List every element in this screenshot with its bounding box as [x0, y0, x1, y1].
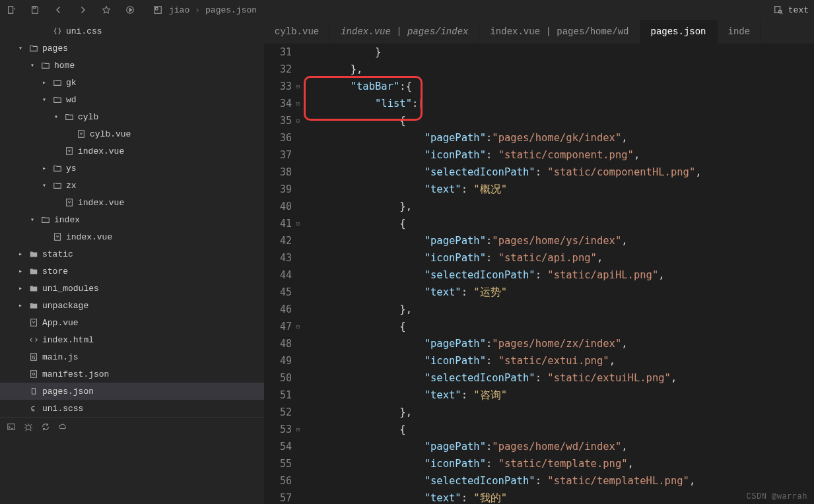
tree-row-uni-scss[interactable]: uni.scss [0, 400, 264, 417]
code-line[interactable]: }, [301, 61, 814, 78]
code-line[interactable]: "text": "概况" [301, 181, 814, 198]
tree-row-cylb-vue[interactable]: cylb.vue [0, 125, 264, 142]
tree-row-unpackage[interactable]: ▸unpackage [0, 297, 264, 314]
code-line[interactable]: "text": "运势" [301, 284, 814, 301]
code-line[interactable]: "iconPath": "static/template.png", [301, 455, 814, 472]
code-line[interactable]: { [301, 215, 814, 232]
chevron-down-icon[interactable]: ▾ [18, 44, 28, 52]
tree-row-pages[interactable]: ▾pages [0, 40, 264, 57]
tree-row-main-js[interactable]: main.js [0, 348, 264, 365]
line-number: 39 [264, 181, 292, 198]
chevron-down-icon[interactable]: ▾ [42, 96, 51, 104]
chevron-right-icon[interactable]: ▸ [42, 164, 51, 172]
code-line[interactable]: "tabBar":{ [301, 78, 814, 95]
fold-icon[interactable]: ⊟ [296, 112, 300, 129]
chevron-down-icon[interactable]: ▾ [42, 181, 51, 189]
code-line[interactable]: }, [301, 404, 814, 421]
chevron-right-icon[interactable]: ▸ [18, 250, 28, 258]
tree-row-index-vue[interactable]: index.vue [0, 228, 264, 245]
editor-tab[interactable]: inde [718, 20, 762, 44]
code-line[interactable]: "text": "我的" [301, 489, 814, 504]
code-line[interactable]: }, [301, 301, 814, 318]
chevron-right-icon[interactable]: ▸ [18, 267, 28, 275]
save-icon[interactable] [29, 5, 41, 15]
tree-item-label: zx [66, 181, 77, 191]
tree-row-gk[interactable]: ▸gk [0, 74, 264, 91]
nav-back-icon[interactable] [53, 6, 65, 14]
breadcrumb-project[interactable]: jiao [169, 5, 189, 15]
editor-tab[interactable]: cylb.vue [264, 20, 330, 44]
line-number: 43 [264, 249, 292, 267]
editor-tab[interactable]: pages.json [640, 20, 718, 44]
new-file-icon[interactable] [5, 5, 17, 15]
chevron-down-icon[interactable]: ▾ [30, 216, 40, 224]
folder-icon [51, 95, 63, 104]
tree-row-uni_modules[interactable]: ▸uni_modules [0, 280, 264, 297]
code-line[interactable]: "selectedIconPath": "static/extuiHL.png"… [301, 369, 814, 387]
tree-row-pages-json[interactable]: pages.json [0, 383, 264, 400]
tree-row-index-vue[interactable]: index.vue [0, 142, 264, 160]
debug-icon[interactable] [24, 422, 33, 431]
chevron-down-icon[interactable]: ▾ [54, 113, 63, 121]
chevron-right-icon[interactable]: ▸ [18, 284, 28, 292]
file-explorer[interactable]: uni.css▾pages▾home▸gk▾wd▾cylbcylb.vueind… [0, 20, 264, 504]
tree-row-cylb[interactable]: ▾cylb [0, 108, 264, 125]
code-line[interactable]: "iconPath": "static/extui.png", [301, 352, 814, 369]
tree-item-label: main.js [42, 352, 79, 362]
titlebar-search[interactable]: text [774, 5, 809, 15]
tree-row-zx[interactable]: ▾zx [0, 177, 264, 194]
tree-item-label: index.vue [66, 232, 112, 242]
code-line[interactable]: "selectedIconPath": "static/apiHL.png", [301, 267, 814, 284]
run-icon[interactable] [124, 5, 136, 15]
tree-row-uni-css[interactable]: uni.css [0, 22, 264, 40]
cloud-icon[interactable] [58, 422, 67, 431]
terminal-icon[interactable] [7, 422, 16, 431]
chevron-right-icon[interactable]: ▸ [18, 301, 28, 309]
code-line[interactable]: "pagePath":"pages/home/ys/index", [301, 232, 814, 249]
code-line[interactable]: "pagePath":"pages/home/zx/index", [301, 335, 814, 352]
code-line[interactable]: "iconPath": "static/component.png", [301, 146, 814, 164]
code-line[interactable]: "selectedIconPath": "static/templateHL.p… [301, 472, 814, 489]
code-line[interactable]: { [301, 421, 814, 438]
fold-icon[interactable]: ⊟ [296, 215, 300, 232]
tree-row-index-vue[interactable]: index.vue [0, 194, 264, 211]
code-line[interactable]: "pagePath":"pages/home/gk/index", [301, 129, 814, 146]
tree-row-ys[interactable]: ▸ys [0, 160, 264, 177]
tree-row-index-html[interactable]: index.html [0, 331, 264, 348]
breadcrumb-file[interactable]: pages.json [205, 5, 257, 15]
editor-tab[interactable]: index.vue | pages/index [330, 20, 479, 44]
tree-row-manifest-json[interactable]: manifest.json [0, 365, 264, 383]
tree-row-static[interactable]: ▸static [0, 245, 264, 263]
tree-row-wd[interactable]: ▾wd [0, 91, 264, 108]
code-line[interactable]: "selectedIconPath": "static/componentHL.… [301, 164, 814, 181]
sync-icon[interactable] [41, 422, 50, 431]
code-line[interactable]: "list":[ [301, 95, 814, 112]
line-number: 55 [264, 455, 292, 472]
braces-icon [51, 26, 63, 36]
tree-row-App-vue[interactable]: App.vue [0, 314, 264, 331]
code-line[interactable]: "text": "咨询" [301, 387, 814, 404]
code-line[interactable]: } [301, 44, 814, 61]
code-line[interactable]: { [301, 112, 814, 129]
code-line[interactable]: "pagePath":"pages/home/wd/index", [301, 438, 814, 455]
tree-row-store[interactable]: ▸store [0, 263, 264, 280]
code-line[interactable]: { [301, 318, 814, 335]
fold-icon[interactable]: ⊟ [296, 95, 300, 112]
nav-forward-icon[interactable] [77, 6, 88, 14]
line-number: 53⊟ [264, 421, 292, 438]
code-content[interactable]: } }, "tabBar":{ "list":[ { "pagePath":"p… [301, 44, 814, 504]
tree-row-index[interactable]: ▾index [0, 211, 264, 228]
svg-rect-5 [775, 7, 780, 13]
star-icon[interactable] [100, 5, 112, 15]
fold-icon[interactable]: ⊟ [296, 421, 300, 438]
line-number: 56 [264, 472, 292, 489]
fold-icon[interactable]: ⊟ [296, 318, 300, 335]
chevron-right-icon[interactable]: ▸ [42, 79, 51, 86]
tree-item-label: wd [66, 95, 77, 105]
code-line[interactable]: }, [301, 198, 814, 215]
fold-icon[interactable]: ⊟ [296, 78, 300, 95]
chevron-down-icon[interactable]: ▾ [30, 61, 40, 69]
editor-tab[interactable]: index.vue | pages/home/wd [479, 20, 640, 44]
code-line[interactable]: "iconPath": "static/api.png", [301, 249, 814, 267]
tree-row-home[interactable]: ▾home [0, 57, 264, 74]
